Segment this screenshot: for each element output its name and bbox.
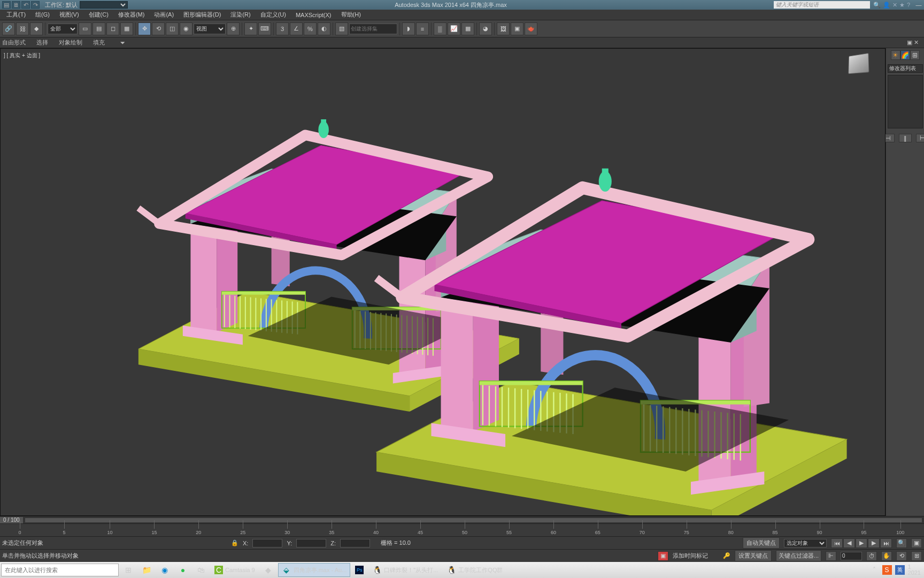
task-qq1[interactable]: 🐧口碑炸裂！"从头打... bbox=[368, 563, 442, 577]
task-app-icon[interactable]: ◆ bbox=[260, 563, 277, 577]
window-cross-icon[interactable]: ▦ bbox=[120, 22, 133, 35]
task-explorer-icon[interactable]: 📁 bbox=[138, 563, 155, 577]
mirror-icon[interactable]: ◗ bbox=[402, 22, 415, 35]
menu-view[interactable]: 视图(V) bbox=[55, 10, 83, 20]
menu-maxscript[interactable]: MAXScript(X) bbox=[291, 11, 336, 19]
next-frame-icon[interactable]: ▶ bbox=[868, 538, 880, 548]
schematic-icon[interactable]: ▦ bbox=[461, 22, 474, 35]
task-view-icon[interactable]: ⊞ bbox=[120, 563, 137, 577]
ribbon-select[interactable]: 选择 bbox=[36, 39, 48, 47]
menu-group[interactable]: 组(G) bbox=[31, 10, 54, 20]
ribbon-object-paint[interactable]: 对象绘制 bbox=[59, 39, 82, 47]
layer-icon[interactable]: ▒ bbox=[434, 22, 446, 35]
align-icon[interactable]: ≡ bbox=[416, 22, 429, 35]
exchange-icon[interactable]: ✕ bbox=[892, 2, 897, 9]
nav-pan-icon[interactable]: ✋ bbox=[881, 551, 892, 561]
add-time-tag[interactable]: 添加时间标记 bbox=[673, 552, 708, 560]
key-icon[interactable]: 🔑 bbox=[723, 552, 730, 559]
menu-graph[interactable]: 图形编辑器(D) bbox=[179, 10, 225, 20]
app-menu-icon[interactable]: ▤ bbox=[2, 1, 11, 9]
y-input[interactable] bbox=[296, 539, 326, 547]
named-selection-input[interactable] bbox=[349, 24, 397, 34]
frame-spinner[interactable] bbox=[841, 552, 862, 560]
angle-snap-icon[interactable]: ∠ bbox=[290, 22, 303, 35]
select-name-icon[interactable]: ▤ bbox=[93, 22, 105, 35]
key-mode-icon[interactable]: ⊩ bbox=[826, 551, 836, 561]
snap-icon[interactable]: 3 bbox=[276, 22, 289, 35]
script-listener-icon[interactable]: ▣ bbox=[658, 551, 668, 561]
help-icon[interactable]: ? bbox=[907, 2, 910, 9]
remove-mod-icon[interactable]: ⊢ bbox=[916, 134, 925, 142]
help-search-input[interactable]: 键入关键字或短语 bbox=[774, 1, 870, 9]
link-icon[interactable]: 🔗 bbox=[2, 22, 15, 35]
goto-start-icon[interactable]: ⏮ bbox=[831, 538, 843, 548]
ribbon-fill[interactable]: 填充 bbox=[93, 39, 105, 47]
new-icon[interactable]: 🗎 bbox=[12, 1, 20, 9]
move-icon[interactable]: ✥ bbox=[138, 22, 151, 35]
goto-end-icon[interactable]: ⏭ bbox=[880, 538, 892, 548]
material-editor-icon[interactable]: ◕ bbox=[479, 22, 492, 35]
prev-frame-icon[interactable]: ◀ bbox=[843, 538, 855, 548]
time-slider[interactable] bbox=[25, 518, 922, 522]
panel-create-icon[interactable]: ☀ bbox=[891, 50, 900, 60]
ribbon-freeform[interactable]: 自由形式 bbox=[2, 39, 26, 47]
task-edge-icon[interactable]: ◉ bbox=[156, 563, 173, 577]
modifier-list-dropdown[interactable]: 修改器列表 bbox=[888, 64, 923, 73]
pivot-icon[interactable]: ⊕ bbox=[227, 22, 240, 35]
x-input[interactable] bbox=[252, 539, 282, 547]
windows-search-input[interactable] bbox=[1, 564, 119, 576]
spinner-snap-icon[interactable]: ◐ bbox=[318, 22, 330, 35]
task-3dsmax[interactable]: ⬙四角凉亭.max - Au... bbox=[278, 563, 351, 577]
lock-icon[interactable]: 🔒 bbox=[231, 539, 238, 546]
keyboard-icon[interactable]: ⌨ bbox=[258, 22, 271, 35]
z-input[interactable] bbox=[340, 539, 370, 547]
nav-maximize-icon[interactable]: ⊞ bbox=[911, 551, 922, 561]
minimize-button[interactable]: — bbox=[913, 2, 924, 8]
select-icon[interactable]: ▭ bbox=[79, 22, 91, 35]
play-icon[interactable]: ▶ bbox=[856, 538, 867, 548]
render-setup-icon[interactable]: 🖼 bbox=[497, 22, 510, 35]
percent-snap-icon[interactable]: % bbox=[304, 22, 317, 35]
menu-custom[interactable]: 自定义(U) bbox=[256, 10, 290, 20]
signin-icon[interactable]: 👤 bbox=[883, 2, 890, 9]
workspace-dropdown[interactable] bbox=[80, 1, 128, 9]
key-filter-button[interactable]: 关键点过滤器... bbox=[776, 550, 821, 561]
coordsys-dropdown[interactable]: 视图 bbox=[194, 24, 226, 34]
panel-hierarchy-icon[interactable]: ⊞ bbox=[910, 50, 920, 60]
curve-editor-icon[interactable]: 📈 bbox=[448, 22, 460, 35]
auto-key-button[interactable]: 自动关键点 bbox=[743, 537, 780, 549]
rotate-icon[interactable]: ⟲ bbox=[152, 22, 165, 35]
placement-icon[interactable]: ◉ bbox=[180, 22, 192, 35]
tray-up-icon[interactable]: ˄ bbox=[869, 565, 879, 575]
tray-lang-icon[interactable]: 英 bbox=[895, 565, 905, 575]
redo-icon[interactable]: ↷ bbox=[31, 1, 40, 9]
time-config-icon[interactable]: ⏱ bbox=[866, 551, 877, 561]
panel-modify-icon[interactable]: 🌈 bbox=[900, 50, 910, 60]
selection-filter-dropdown[interactable]: 全部 bbox=[48, 24, 78, 34]
nav-orbit-icon[interactable]: ⟲ bbox=[896, 551, 907, 561]
undo-icon[interactable]: ↶ bbox=[21, 1, 30, 9]
menu-animation[interactable]: 动画(A) bbox=[150, 10, 178, 20]
task-photoshop-icon[interactable]: Ps bbox=[351, 563, 367, 577]
task-wechat-icon[interactable]: ● bbox=[174, 563, 191, 577]
render-frame-icon[interactable]: ▣ bbox=[511, 22, 523, 35]
task-camtasia[interactable]: CCamtasia 9 bbox=[211, 563, 259, 577]
menu-modifiers[interactable]: 修改器(M) bbox=[114, 10, 149, 20]
viewport[interactable]: ] [ 真实 + 边面 ] bbox=[0, 48, 886, 516]
ribbon-dropdown-icon[interactable]: ⏷ bbox=[120, 40, 126, 46]
task-store-icon[interactable]: 🛍 bbox=[192, 563, 210, 577]
show-result-icon[interactable]: ‖ bbox=[899, 134, 912, 142]
viewport-label[interactable]: ] [ 真实 + 边面 ] bbox=[4, 52, 40, 59]
menu-create[interactable]: 创建(C) bbox=[84, 10, 113, 20]
tray-ime-icon[interactable]: S bbox=[882, 565, 892, 575]
viewcube[interactable] bbox=[842, 54, 874, 81]
select-region-icon[interactable]: ◻ bbox=[106, 22, 119, 35]
modifier-stack[interactable] bbox=[888, 75, 923, 128]
task-qq2[interactable]: 🐧工学院工作QQ群 bbox=[443, 563, 506, 577]
unlink-icon[interactable]: ⛓ bbox=[16, 22, 29, 35]
nav-zoomall-icon[interactable]: ▣ bbox=[911, 538, 922, 548]
bind-icon[interactable]: ◆ bbox=[30, 22, 43, 35]
scale-icon[interactable]: ◫ bbox=[166, 22, 179, 35]
set-key-button[interactable]: 设置关键点 bbox=[735, 550, 772, 561]
favorite-icon[interactable]: ★ bbox=[899, 2, 905, 9]
